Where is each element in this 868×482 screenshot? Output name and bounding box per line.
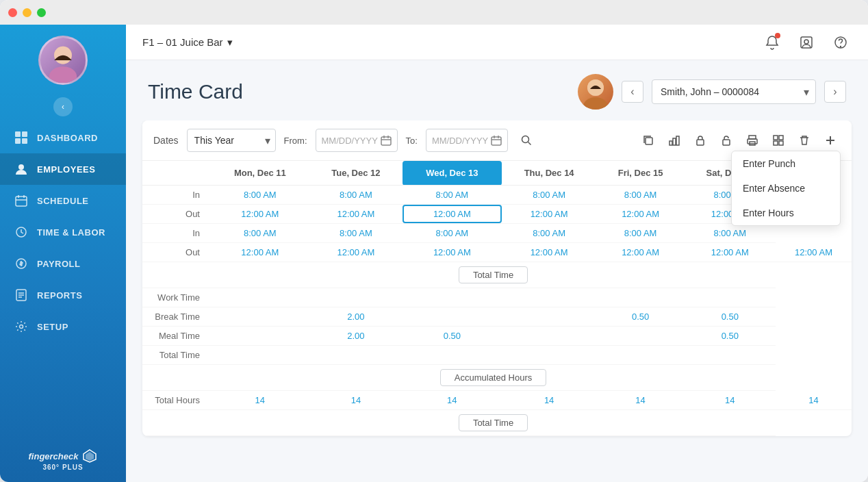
in2-wed[interactable]: 8:00 AM bbox=[403, 224, 501, 243]
table-row-total-time: Total Time bbox=[142, 346, 852, 365]
sidebar-item-time-labor[interactable]: Time & Labor bbox=[0, 216, 126, 248]
out1-wed[interactable]: 12:00 AM bbox=[403, 205, 501, 224]
out2-sat[interactable]: 12:00 AM bbox=[685, 243, 776, 262]
sidebar-item-employees[interactable]: Employees bbox=[0, 153, 126, 185]
sidebar-item-reports[interactable]: Reports bbox=[0, 279, 126, 311]
in1-thu[interactable]: 8:00 AM bbox=[502, 186, 597, 205]
dates-select-wrapper: This Year bbox=[187, 129, 276, 152]
out1-fri[interactable]: 12:00 AM bbox=[597, 205, 685, 224]
sidebar-item-reports-label: Reports bbox=[37, 290, 82, 301]
add-button[interactable] bbox=[820, 130, 841, 151]
from-label: From: bbox=[284, 136, 307, 146]
lock-button[interactable] bbox=[690, 130, 711, 151]
meal-time-sat: 0.50 bbox=[685, 327, 776, 346]
close-dot[interactable] bbox=[8, 8, 17, 17]
to-calendar-icon bbox=[491, 135, 502, 146]
table-row-bottom-total: Total Time bbox=[142, 410, 852, 436]
svg-point-18 bbox=[841, 46, 841, 47]
enter-absence-item[interactable]: Enter Absence bbox=[732, 176, 840, 201]
copy-button[interactable] bbox=[638, 130, 659, 151]
chart-icon bbox=[669, 135, 680, 146]
enter-punch-item[interactable]: Enter Punch bbox=[732, 151, 840, 176]
out2-extra[interactable]: 12:00 AM bbox=[776, 243, 852, 262]
table-header-fri: Fri, Dec 15 bbox=[597, 161, 685, 186]
in2-fri[interactable]: 8:00 AM bbox=[597, 224, 685, 243]
notifications-button[interactable] bbox=[761, 31, 783, 53]
brand-name: fingercheck bbox=[29, 451, 79, 461]
page-header: Time Card ‹ Smith, John bbox=[126, 60, 868, 120]
total-hours-tue: 14 bbox=[309, 391, 403, 410]
out2-wed[interactable]: 12:00 AM bbox=[403, 243, 501, 262]
out1-thu[interactable]: 12:00 AM bbox=[502, 205, 597, 224]
out2-mon[interactable]: 12:00 AM bbox=[211, 243, 309, 262]
grid-button[interactable] bbox=[768, 130, 789, 151]
chart-button[interactable] bbox=[664, 130, 685, 151]
in2-mon[interactable]: 8:00 AM bbox=[211, 224, 309, 243]
svg-rect-5 bbox=[15, 138, 21, 144]
employee-select[interactable]: Smith, John – 0000084 bbox=[652, 79, 816, 104]
out1-wed-cell: 12:00 AM bbox=[403, 205, 501, 223]
to-date-input[interactable]: MM/DD/YYYY bbox=[426, 129, 508, 152]
sidebar-item-schedule[interactable]: Schedule bbox=[0, 185, 126, 216]
sidebar-collapse-button[interactable]: ‹ bbox=[53, 97, 73, 116]
in1-mon[interactable]: 8:00 AM bbox=[211, 186, 309, 205]
in1-label: In bbox=[142, 186, 211, 205]
total-time-button[interactable]: Total Time bbox=[459, 266, 528, 283]
bottom-total-time-button[interactable]: Total Time bbox=[459, 414, 528, 431]
total-hours-wed: 14 bbox=[403, 391, 501, 410]
in1-tue[interactable]: 8:00 AM bbox=[309, 186, 403, 205]
delete-button[interactable] bbox=[794, 130, 815, 151]
work-time-wed bbox=[403, 288, 501, 307]
meal-time-wed: 0.50 bbox=[403, 327, 501, 346]
enter-hours-item[interactable]: Enter Hours bbox=[732, 201, 840, 225]
in1-fri[interactable]: 8:00 AM bbox=[597, 186, 685, 205]
plus-icon bbox=[825, 135, 836, 146]
schedule-icon bbox=[14, 193, 29, 208]
out2-tue[interactable]: 12:00 AM bbox=[309, 243, 403, 262]
sidebar-item-dashboard[interactable]: Dashboard bbox=[0, 122, 126, 153]
svg-point-16 bbox=[804, 40, 808, 44]
help-button[interactable] bbox=[830, 31, 852, 53]
location-selector[interactable]: F1 – 01 Juice Bar ▾ bbox=[142, 36, 233, 49]
svg-rect-34 bbox=[774, 136, 778, 140]
in2-tue[interactable]: 8:00 AM bbox=[309, 224, 403, 243]
from-date-input[interactable]: MM/DD/YYYY bbox=[316, 129, 398, 152]
print-button[interactable] bbox=[742, 130, 763, 151]
break-time-wed bbox=[403, 307, 501, 327]
unlock-button[interactable] bbox=[716, 130, 737, 151]
minimize-dot[interactable] bbox=[23, 8, 31, 17]
svg-rect-36 bbox=[774, 141, 778, 145]
in1-wed[interactable]: 8:00 AM bbox=[403, 186, 501, 205]
svg-rect-23 bbox=[492, 137, 501, 145]
sidebar-item-setup[interactable]: Setup bbox=[0, 311, 126, 342]
table-header-tue: Tue, Dec 12 bbox=[309, 161, 403, 186]
setup-icon bbox=[14, 319, 29, 334]
svg-rect-26 bbox=[669, 141, 672, 145]
table-row-total-hours: Total Hours 14 14 14 14 14 14 14 bbox=[142, 391, 852, 410]
dates-select[interactable]: This Year bbox=[187, 129, 276, 152]
out1-mon[interactable]: 12:00 AM bbox=[211, 205, 309, 224]
notification-badge bbox=[775, 33, 780, 38]
out2-thu[interactable]: 12:00 AM bbox=[502, 243, 597, 262]
meal-time-fri bbox=[597, 327, 685, 346]
svg-rect-35 bbox=[779, 136, 783, 140]
out1-tue[interactable]: 12:00 AM bbox=[309, 205, 403, 224]
employee-prev-button[interactable]: ‹ bbox=[622, 81, 643, 103]
accumulated-hours-button[interactable]: Accumulated Hours bbox=[440, 369, 546, 386]
total-time-thu bbox=[502, 346, 597, 365]
meal-time-tue: 2.00 bbox=[309, 327, 403, 346]
work-time-thu bbox=[502, 288, 597, 307]
maximize-dot[interactable] bbox=[37, 8, 46, 17]
profile-button[interactable] bbox=[795, 31, 817, 53]
search-button[interactable] bbox=[516, 130, 537, 151]
total-time-header-cell: Total Time bbox=[211, 262, 776, 288]
svg-point-12 bbox=[20, 325, 23, 329]
in2-sat[interactable]: 8:00 AM bbox=[685, 224, 776, 243]
out2-fri[interactable]: 12:00 AM bbox=[597, 243, 685, 262]
header-controls: ‹ Smith, John – 0000084 › bbox=[578, 74, 846, 110]
sidebar-item-payroll[interactable]: Payroll bbox=[0, 248, 126, 279]
brand-logo-icon bbox=[82, 448, 97, 464]
in2-thu[interactable]: 8:00 AM bbox=[502, 224, 597, 243]
print-icon bbox=[747, 135, 758, 146]
employee-next-button[interactable]: › bbox=[824, 81, 846, 103]
